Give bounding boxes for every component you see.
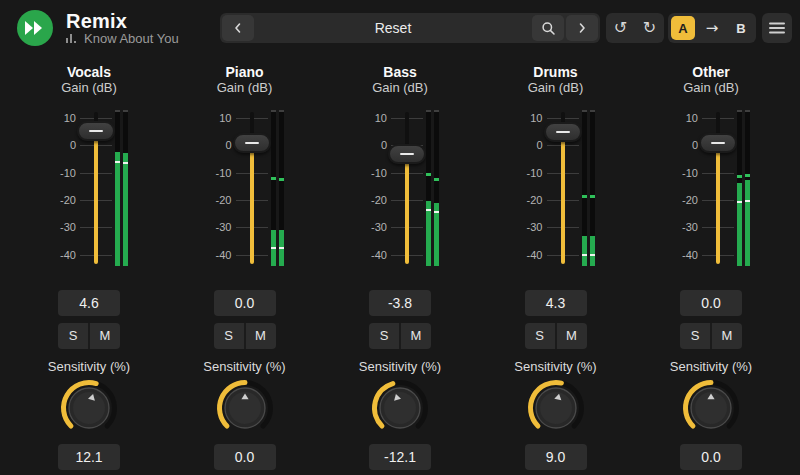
- fast-forward-logo-icon: [16, 9, 54, 47]
- ab-b-button[interactable]: B: [729, 16, 753, 40]
- level-meter: [271, 110, 284, 266]
- gain-fader: 100-10-20-30-40: [361, 108, 439, 270]
- solo-button[interactable]: S: [58, 323, 88, 349]
- fader-track-fill: [716, 145, 720, 264]
- sensitivity-knob[interactable]: [59, 377, 119, 437]
- chevron-right-icon: [575, 21, 589, 35]
- channel-strip: Piano Gain (dB) 100-10-20-30-40 0.0 S M …: [170, 56, 320, 470]
- mute-button[interactable]: M: [90, 323, 120, 349]
- sensitivity-knob[interactable]: [215, 377, 275, 437]
- scale-tick-label: -30: [50, 220, 76, 234]
- scale-tick-label: 10: [50, 111, 76, 125]
- undo-icon[interactable]: ↺: [606, 13, 635, 43]
- gain-label: Gain (dB): [372, 80, 428, 96]
- scale-tick-label: -40: [517, 248, 543, 262]
- channel-title: Other: [692, 64, 729, 80]
- sensitivity-value-box[interactable]: -12.1: [369, 444, 431, 470]
- gain-label: Gain (dB): [683, 80, 739, 96]
- fader-handle[interactable]: [233, 133, 271, 153]
- preset-name[interactable]: Reset: [254, 15, 532, 41]
- fader-handle[interactable]: [544, 122, 582, 142]
- sensitivity-value-box[interactable]: 0.0: [214, 444, 276, 470]
- fader-handle[interactable]: [77, 121, 115, 141]
- channel-title: Vocals: [67, 64, 111, 80]
- sensitivity-value-box[interactable]: 9.0: [525, 444, 587, 470]
- solo-button[interactable]: S: [214, 323, 244, 349]
- redo-icon[interactable]: ↻: [635, 13, 664, 43]
- sensitivity-value-box[interactable]: 12.1: [58, 444, 120, 470]
- sensitivity-value-box[interactable]: 0.0: [680, 444, 742, 470]
- gain-label: Gain (dB): [528, 80, 584, 96]
- preset-next-button[interactable]: [566, 15, 598, 41]
- scale-tick-label: -40: [50, 248, 76, 262]
- scale-tick-label: -30: [517, 220, 543, 234]
- fader-handle-grip: [711, 142, 725, 144]
- mute-button[interactable]: M: [557, 323, 587, 349]
- fader-handle[interactable]: [388, 144, 426, 164]
- fader-scale: 100-10-20-30-40: [206, 108, 232, 270]
- scale-tick-label: -20: [517, 193, 543, 207]
- scale-tick-label: 0: [672, 138, 698, 152]
- mute-button[interactable]: M: [401, 323, 431, 349]
- sensitivity-knob[interactable]: [526, 377, 586, 437]
- gain-value-box[interactable]: 0.0: [214, 290, 276, 316]
- fader-scale: 100-10-20-30-40: [672, 108, 698, 270]
- solo-button[interactable]: S: [525, 323, 555, 349]
- fader-track-fill: [561, 134, 565, 264]
- channel-strips: Vocals Gain (dB) 100-10-20-30-40 4.6 S M…: [0, 56, 800, 470]
- fader-handle-grip: [89, 130, 103, 132]
- search-icon: [541, 21, 556, 36]
- gain-value-box[interactable]: 4.3: [525, 290, 587, 316]
- meter-bar-right: [590, 110, 595, 266]
- levels-icon: [66, 32, 79, 46]
- brand-text: Remix Know About You: [66, 10, 179, 46]
- level-meter: [426, 110, 439, 266]
- gain-value-box[interactable]: -3.8: [369, 290, 431, 316]
- scale-tick-label: 0: [361, 138, 387, 152]
- scale-tick-label: 10: [206, 111, 232, 125]
- fader-handle-grip: [245, 142, 259, 144]
- sensitivity-knob[interactable]: [681, 377, 741, 437]
- fader-scale: 100-10-20-30-40: [50, 108, 76, 270]
- hamburger-menu-button[interactable]: [762, 13, 792, 43]
- meter-bar-left: [582, 110, 587, 266]
- preset-bar: Reset: [220, 13, 600, 43]
- scale-tick-label: -40: [672, 248, 698, 262]
- solo-button[interactable]: S: [369, 323, 399, 349]
- scale-tick-label: -40: [206, 248, 232, 262]
- scale-tick-label: 0: [517, 138, 543, 152]
- undo-redo-group: ↺ ↻: [606, 13, 664, 43]
- fader-track-fill: [250, 145, 254, 264]
- sensitivity-label: Sensitivity (%): [203, 359, 285, 375]
- gain-fader: 100-10-20-30-40: [50, 108, 128, 270]
- sensitivity-label: Sensitivity (%): [359, 359, 441, 375]
- scale-tick-label: 10: [517, 111, 543, 125]
- sensitivity-knob[interactable]: [370, 377, 430, 437]
- gain-value-box[interactable]: 4.6: [58, 290, 120, 316]
- fader-handle-grip: [400, 153, 414, 155]
- gain-label: Gain (dB): [61, 80, 117, 96]
- solo-mute-group: S M: [58, 323, 120, 349]
- mute-button[interactable]: M: [712, 323, 742, 349]
- level-meter: [582, 110, 595, 266]
- preset-search-button[interactable]: [532, 15, 564, 41]
- gain-fader: 100-10-20-30-40: [206, 108, 284, 270]
- meter-bar-right: [434, 110, 439, 266]
- ab-a-button[interactable]: A: [671, 16, 695, 40]
- mute-button[interactable]: M: [246, 323, 276, 349]
- gain-value-box[interactable]: 0.0: [680, 290, 742, 316]
- level-meter: [737, 110, 750, 266]
- scale-tick-label: 0: [50, 138, 76, 152]
- app-subtitle: Know About You: [84, 32, 179, 46]
- scale-tick-label: -30: [206, 220, 232, 234]
- scale-tick-label: -10: [361, 166, 387, 180]
- ab-copy-arrow-icon[interactable]: →: [706, 19, 719, 37]
- fader-track-fill: [405, 156, 409, 264]
- preset-prev-button[interactable]: [222, 15, 254, 41]
- scale-tick-label: -10: [672, 166, 698, 180]
- fader-handle[interactable]: [699, 133, 737, 153]
- solo-button[interactable]: S: [680, 323, 710, 349]
- chevron-left-icon: [231, 21, 245, 35]
- meter-bar-left: [737, 110, 742, 266]
- fader-track-fill: [94, 133, 98, 264]
